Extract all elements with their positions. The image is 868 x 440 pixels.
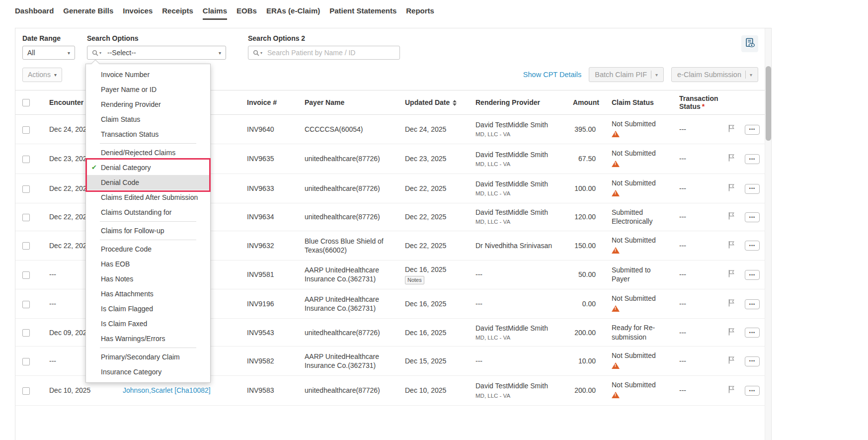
menu-item-claims-edited-after-submission[interactable]: Claims Edited After Submission [86, 190, 210, 205]
check-icon: ✔ [91, 160, 97, 175]
date-range-select[interactable]: All ▾ [22, 46, 75, 60]
menu-item-claims-for-follow-up[interactable]: Claims for Follow-up [86, 223, 210, 238]
patient-search-input[interactable] [267, 49, 395, 57]
flag-icon[interactable] [728, 328, 735, 338]
header-payer-name[interactable]: Payer Name [297, 90, 397, 115]
menu-item-invoice-number[interactable]: Invoice Number [86, 67, 210, 82]
nav-item-invoices[interactable]: Invoices [123, 6, 153, 18]
flag-icon[interactable] [728, 124, 735, 134]
row-actions-button[interactable]: ••• [745, 328, 760, 338]
menu-item-has-warnings-errors[interactable]: Has Warnings/Errors [86, 331, 210, 346]
flag-icon[interactable] [728, 241, 735, 251]
row-checkbox[interactable] [22, 358, 30, 365]
flag-icon[interactable] [728, 385, 735, 395]
row-checkbox[interactable] [22, 301, 30, 308]
batch-claim-pif-button[interactable]: Batch Claim PIF ▾ [589, 67, 664, 82]
menu-item-is-claim-flagged[interactable]: Is Claim Flagged [86, 301, 210, 316]
show-cpt-details-link[interactable]: Show CPT Details [523, 71, 581, 79]
scrollbar-thumb[interactable] [766, 66, 771, 141]
search-options-select[interactable]: ▾ --Select-- ▾ [87, 46, 226, 60]
nav-item-dashboard[interactable]: Dashboard [15, 6, 54, 18]
flag-icon[interactable] [728, 183, 735, 193]
updated-date: Dec 24, 2025 [405, 125, 460, 134]
flag-icon[interactable] [728, 299, 735, 309]
menu-item-has-eob[interactable]: Has EOB [86, 257, 210, 271]
menu-item-transaction-status[interactable]: Transaction Status [86, 127, 210, 142]
row-checkbox[interactable] [22, 126, 30, 134]
nav-item-eobs[interactable]: EOBs [237, 6, 257, 18]
row-checkbox[interactable] [22, 387, 30, 395]
row-actions-button[interactable]: ••• [745, 184, 760, 194]
row-checkbox[interactable] [22, 185, 30, 193]
header-transaction-status[interactable]: Transaction Status* [671, 90, 723, 115]
row-checkbox[interactable] [22, 271, 30, 279]
menu-item-payer-name-or-id[interactable]: Payer Name or ID [86, 82, 210, 97]
row-actions-button[interactable]: ••• [745, 154, 760, 164]
nav-item-generate-bills[interactable]: Generate Bills [63, 6, 113, 18]
menu-item-denial-category[interactable]: ✔Denial Category [86, 160, 210, 175]
nav-item-receipts[interactable]: Receipts [162, 6, 193, 18]
row-actions-button[interactable]: ••• [745, 125, 760, 135]
row-actions-button[interactable]: ••• [745, 212, 760, 222]
menu-item-claim-status[interactable]: Claim Status [86, 112, 210, 127]
row-actions-button[interactable]: ••• [745, 270, 760, 280]
updated-date: Dec 22, 2025 [405, 241, 460, 250]
header-claim-status[interactable]: Claim Status [604, 90, 671, 115]
flag-icon[interactable] [728, 212, 735, 222]
row-actions-button[interactable]: ••• [745, 299, 760, 309]
claim-status-text: Not Submitted [612, 294, 663, 303]
payer-name-cell: Blue Cross Blue Shield of Texas(66002) [297, 231, 397, 260]
flag-icon[interactable] [728, 356, 735, 366]
rendering-provider-cell: --- [468, 260, 565, 289]
nav-item-reports[interactable]: Reports [406, 6, 434, 18]
patient-link[interactable]: Johnson,Scarlet [Cha10082] [123, 386, 211, 394]
menu-item-has-notes[interactable]: Has Notes [86, 271, 210, 286]
row-checkbox[interactable] [22, 156, 30, 163]
updated-date: Dec 16, 2025 [405, 265, 460, 274]
row-actions-button[interactable]: ••• [745, 356, 760, 366]
search-options-label: Search Options [87, 34, 226, 42]
header-rendering-provider[interactable]: Rendering Provider [468, 90, 565, 115]
select-all-checkbox[interactable] [22, 99, 30, 106]
payer-name-cell: AARP UnitedHealthcare Insurance Co.(3627… [297, 260, 397, 289]
claim-list-settings-button[interactable] [741, 35, 758, 52]
header-transaction-status-label: Transaction Status [679, 94, 718, 110]
claim-status-text: Submitted to Payer [612, 265, 663, 283]
header-invoice-number[interactable]: Invoice # [239, 90, 297, 115]
menu-item-rendering-provider[interactable]: Rendering Provider [86, 97, 210, 112]
vertical-scrollbar[interactable] [765, 28, 771, 440]
payer-name-cell: unitedhealthcare(87726) [297, 376, 397, 405]
menu-item-procedure-code[interactable]: Procedure Code [86, 242, 210, 257]
menu-item-claims-outstanding-for[interactable]: Claims Outstanding for [86, 205, 210, 220]
row-checkbox[interactable] [22, 242, 30, 250]
provider-name: David TestMiddle Smith [475, 324, 557, 333]
flag-icon[interactable] [728, 154, 735, 164]
notes-badge[interactable]: Notes [405, 276, 424, 284]
row-select-cell [15, 203, 41, 231]
amount-cell: 50.00 [565, 260, 604, 289]
menu-item-denial-code[interactable]: Denial Code [86, 175, 210, 190]
menu-item-is-claim-faxed[interactable]: Is Claim Faxed [86, 316, 210, 331]
row-actions-button[interactable]: ••• [745, 241, 760, 251]
updated-date: Dec 16, 2025 [405, 328, 460, 337]
document-eye-icon [745, 38, 755, 50]
nav-item-claims[interactable]: Claims [203, 6, 227, 20]
header-updated-date[interactable]: Updated Date [397, 90, 468, 115]
row-checkbox[interactable] [22, 214, 30, 221]
row-checkbox[interactable] [22, 329, 30, 337]
eclaim-submission-button[interactable]: e-Claim Submission ▾ [671, 67, 758, 82]
menu-item-insurance-category[interactable]: Insurance Category [86, 364, 210, 379]
claim-status-cell: Not Submitted [604, 115, 671, 144]
header-amount[interactable]: Amount [565, 90, 604, 115]
row-actions-button[interactable]: ••• [745, 386, 760, 396]
actions-button[interactable]: Actions ▾ [22, 68, 62, 82]
nav-item-eras-e-claim[interactable]: ERAs (e-Claim) [266, 6, 320, 18]
claim-status-text: Not Submitted [612, 236, 663, 245]
nav-item-patient-statements[interactable]: Patient Statements [329, 6, 396, 18]
menu-item-primary-secondary-claim[interactable]: Primary/Secondary Claim [86, 350, 210, 364]
sort-icon[interactable] [453, 100, 457, 106]
menu-item-denied-rejected-claims[interactable]: Denied/Rejected Claims [86, 145, 210, 160]
claim-status-cell: Submitted to Payer [604, 260, 671, 289]
menu-item-has-attachments[interactable]: Has Attachments [86, 286, 210, 301]
flag-icon[interactable] [728, 269, 735, 279]
